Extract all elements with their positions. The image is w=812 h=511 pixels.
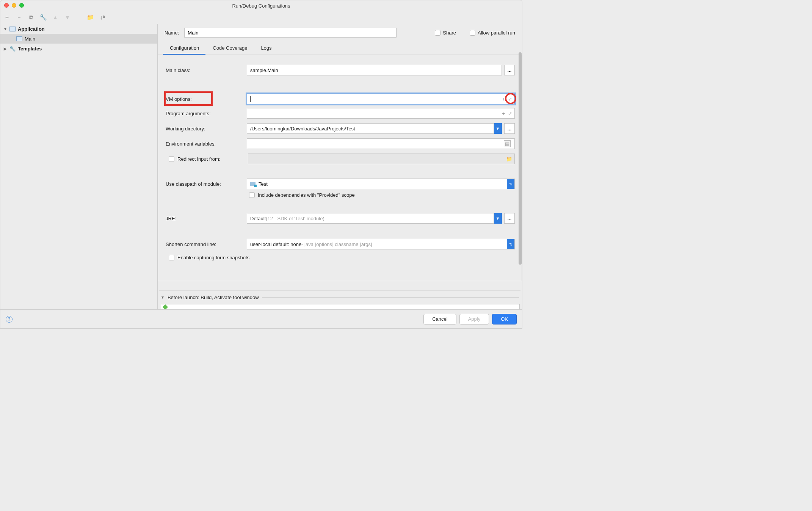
include-provided-label: Include dependencies with "Provided" sco… [258,192,355,198]
tab-configuration[interactable]: Configuration [163,41,206,55]
row-form-snapshots: Enable capturing form snapshots [163,255,515,260]
name-input[interactable] [184,28,397,38]
before-launch-label: Before launch: Build, Activate tool wind… [168,295,259,300]
working-directory-input[interactable]: /Users/luomingkai/Downloads/JavaProjects… [247,123,494,134]
redirect-input-label: Redirect input from: [177,156,248,162]
sort-icon[interactable]: ↓ª [99,14,106,21]
remove-icon[interactable]: － [16,14,22,21]
shorten-command-line-label: Shorten command line: [163,241,247,247]
browse-main-class-button[interactable]: ... [504,65,515,75]
tree-label: Templates [18,46,42,52]
chevron-updown-icon[interactable]: ⇅ [507,239,514,249]
cancel-button[interactable]: Cancel [423,314,456,324]
wrench-icon[interactable]: 🔧 [40,14,47,21]
share-checkbox[interactable]: Share [435,30,456,36]
expand-icon[interactable]: ⤢ [508,111,512,116]
allow-parallel-label: Allow parallel run [478,30,515,36]
checkbox-icon[interactable] [470,30,475,36]
classpath-module-select[interactable]: Test ⇅ [247,179,515,189]
module-icon [250,182,256,186]
browse-jre-button[interactable]: ... [504,213,515,224]
insert-macro-icon[interactable]: + [502,96,505,102]
chevron-updown-icon[interactable]: ⇅ [507,179,514,189]
row-program-arguments: Program arguments: + ⤢ [163,108,515,119]
jre-dropdown[interactable]: ▼ [494,213,502,224]
browse-working-directory-button[interactable]: ... [504,123,515,134]
folder-icon[interactable]: 📁 [87,14,94,21]
program-arguments-label: Program arguments: [163,111,247,116]
row-jre: JRE: Default (12 - SDK of 'Test' module)… [163,213,515,224]
divider [262,297,519,298]
checkbox-icon[interactable] [249,192,255,198]
insert-macro-icon[interactable]: + [502,111,505,116]
working-directory-dropdown[interactable]: ▼ [494,123,502,134]
shorten-command-line-select[interactable]: user-local default: none - java [options… [247,239,515,249]
down-icon[interactable]: ▼ [64,14,71,21]
help-button[interactable]: ? [6,316,13,323]
vm-options-input[interactable]: + ⤢ [247,94,515,104]
name-label: Name: [165,30,179,36]
tree-node-application[interactable]: ▼ Application [0,24,157,34]
disclosure-triangle-icon[interactable]: ▼ [161,295,165,299]
window-controls [4,3,24,8]
ok-button[interactable]: OK [492,314,517,324]
row-main-class: Main class: sample.Main ... [163,65,515,75]
apply-button[interactable]: Apply [459,314,489,324]
jre-label: JRE: [163,216,247,221]
scrollbar-thumb[interactable] [519,52,522,265]
main-class-input[interactable]: sample.Main [247,65,502,75]
window-title: Run/Debug Configurations [232,3,290,9]
browse-file-icon: 📁 [506,156,512,162]
redirect-checkbox[interactable] [169,156,174,162]
form-snapshots-label: Enable capturing form snapshots [177,255,249,260]
name-row: Name: Share Allow parallel run [158,24,522,41]
application-icon [16,36,22,41]
main-split: ▼ Application Main ▶ 🔧 Templates Name: S [0,24,522,309]
dialog-footer: ? Cancel Apply OK [0,309,522,328]
tab-logs[interactable]: Logs [254,41,278,55]
minimize-icon[interactable] [12,3,16,8]
checkbox-icon[interactable] [435,30,440,36]
redirect-input-field: 📁 [248,154,515,164]
before-launch-task-build[interactable] [161,304,520,309]
row-working-directory: Working directory: /Users/luomingkai/Dow… [163,123,515,134]
titlebar: Run/Debug Configurations [0,0,522,11]
row-vm-options: VM options: + ⤢ [163,94,515,104]
tree-node-main[interactable]: Main [0,34,157,44]
disclosure-triangle-icon[interactable]: ▼ [3,27,7,31]
scrollbar[interactable] [518,52,522,287]
working-directory-label: Working directory: [163,126,247,132]
wrench-icon: 🔧 [9,46,16,52]
classpath-module-label: Use classpath of module: [163,181,247,187]
allow-parallel-checkbox[interactable]: Allow parallel run [470,30,515,36]
tree-label: Application [18,26,45,32]
close-icon[interactable] [4,3,9,8]
tab-code-coverage[interactable]: Code Coverage [206,41,254,55]
program-arguments-input[interactable]: + ⤢ [247,108,515,119]
share-label: Share [443,30,456,36]
before-launch-section[interactable]: ▼ Before launch: Build, Activate tool wi… [159,290,520,304]
jre-select[interactable]: Default (12 - SDK of 'Test' module) [247,213,494,224]
main-class-label: Main class: [163,67,247,73]
zoom-icon[interactable] [19,3,24,8]
configuration-form: Main class: sample.Main ... VM options: … [158,55,522,281]
row-redirect-input: Redirect input from: 📁 [163,154,515,164]
edit-env-icon[interactable]: ▤ [504,140,511,147]
include-provided-checkbox[interactable]: Include dependencies with "Provided" sco… [163,192,515,198]
row-shorten-command-line: Shorten command line: user-local default… [163,239,515,249]
sidebar: ▼ Application Main ▶ 🔧 Templates [0,24,158,309]
tree-node-templates[interactable]: ▶ 🔧 Templates [0,44,157,53]
environment-variables-input[interactable]: ▤ [247,138,515,149]
add-icon[interactable]: ＋ [3,14,10,21]
row-classpath-module: Use classpath of module: Test ⇅ [163,179,515,189]
expand-icon[interactable]: ⤢ [508,96,512,102]
row-environment-variables: Environment variables: ▤ [163,138,515,149]
copy-icon[interactable]: ⧉ [28,14,34,21]
up-icon[interactable]: ▲ [52,14,59,21]
sidebar-toolbar: ＋ － ⧉ 🔧 ▲ ▼ 📁 ↓ª [0,11,522,24]
vm-options-label: VM options: [163,96,247,102]
content-pane: Name: Share Allow parallel run Configura… [158,24,522,309]
build-icon [163,304,168,309]
checkbox-icon[interactable] [169,255,174,260]
disclosure-triangle-icon[interactable]: ▶ [3,47,7,51]
